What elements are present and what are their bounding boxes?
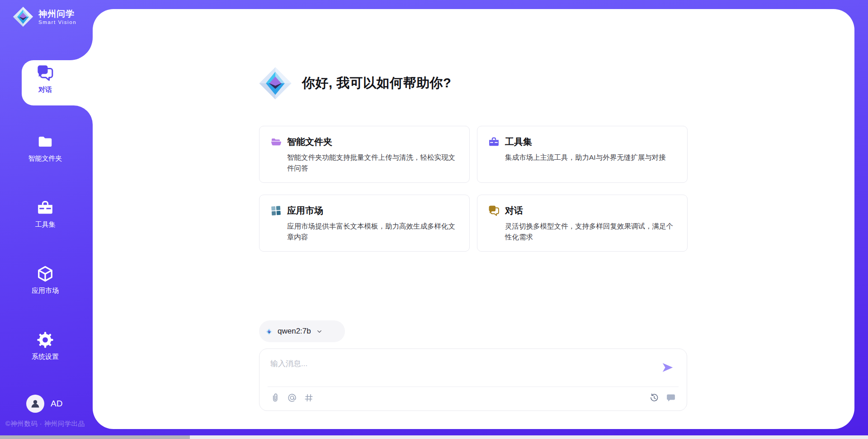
card-title: 工具集 bbox=[505, 136, 532, 148]
greeting-title: 你好, 我可以如何帮助你? bbox=[302, 74, 451, 92]
model-name: qwen2:7b bbox=[278, 327, 311, 336]
card-smart-folder[interactable]: 智能文件夹 智能文件夹功能支持批量文件上传与清洗，轻松实现文件问答 bbox=[259, 126, 470, 183]
scrollbar-thumb[interactable] bbox=[0, 435, 190, 439]
sidebar-item-toolset[interactable]: 工具集 bbox=[0, 199, 90, 229]
sidebar-item-settings[interactable]: 系统设置 bbox=[0, 331, 90, 361]
user-account[interactable]: AD bbox=[26, 395, 62, 413]
at-icon bbox=[287, 393, 297, 403]
person-icon bbox=[30, 398, 41, 409]
avatar bbox=[26, 395, 44, 413]
sidebar-item-label: 工具集 bbox=[35, 220, 56, 229]
speech-bubble-icon bbox=[666, 393, 676, 403]
composer-divider bbox=[268, 387, 679, 387]
card-description: 智能文件夹功能支持批量文件上传与清洗，轻松实现文件问答 bbox=[270, 152, 458, 174]
toolbox-icon bbox=[488, 136, 500, 148]
hashtag-button[interactable] bbox=[304, 393, 314, 403]
send-button[interactable] bbox=[660, 361, 675, 374]
history-button[interactable] bbox=[649, 393, 659, 403]
card-description: 应用市场提供丰富长文本模板，助力高效生成多样化文章内容 bbox=[270, 221, 458, 243]
card-title: 对话 bbox=[505, 205, 523, 217]
copyright-text: ©神州数码 · 神州问学出品 bbox=[5, 420, 85, 428]
horizontal-scrollbar[interactable] bbox=[0, 435, 868, 439]
brand: 神州问学 Smart Vision bbox=[13, 6, 76, 27]
message-input[interactable] bbox=[270, 357, 641, 371]
card-toolset[interactable]: 工具集 集成市场上主流工具，助力AI与外界无缝扩展与对接 bbox=[477, 126, 688, 183]
mention-button[interactable] bbox=[287, 393, 297, 403]
chevron-down-icon bbox=[316, 328, 323, 335]
sidebar-item-label: 系统设置 bbox=[32, 353, 59, 361]
brand-subtitle: Smart Vision bbox=[38, 19, 76, 25]
paperclip-icon bbox=[270, 393, 280, 403]
card-title: 智能文件夹 bbox=[287, 136, 332, 148]
quick-phrases-button[interactable] bbox=[666, 393, 676, 403]
sidebar-item-label: 应用市场 bbox=[32, 286, 59, 295]
model-diamond-icon bbox=[266, 328, 273, 335]
history-icon bbox=[649, 393, 659, 403]
sidebar-item-chat[interactable]: 对话 bbox=[0, 64, 90, 94]
app-root: { "brand": { "name": "神州问学", "subtitle":… bbox=[0, 0, 868, 439]
gear-icon bbox=[37, 331, 54, 348]
sidebar-item-app-market[interactable]: 应用市场 bbox=[0, 265, 90, 295]
card-title: 应用市场 bbox=[287, 205, 323, 217]
user-name: AD bbox=[51, 399, 62, 409]
chat-icon bbox=[488, 205, 500, 216]
model-selector[interactable]: qwen2:7b bbox=[259, 320, 345, 342]
feature-cards: 智能文件夹 智能文件夹功能支持批量文件上传与清洗，轻松实现文件问答 工具集 集成… bbox=[259, 126, 688, 252]
toolbox-icon bbox=[37, 199, 54, 216]
sidebar-item-label: 智能文件夹 bbox=[28, 154, 62, 163]
brand-name: 神州问学 bbox=[38, 9, 76, 19]
sidebar-item-label: 对话 bbox=[38, 86, 52, 94]
sidebar-item-smart-folder[interactable]: 智能文件夹 bbox=[0, 133, 90, 163]
attachment-button[interactable] bbox=[270, 393, 280, 403]
folder-open-icon bbox=[270, 136, 282, 148]
main-panel: 你好, 我可以如何帮助你? 智能文件夹 智能文件夹功能支持批量文件上传与清洗，轻… bbox=[93, 9, 854, 429]
sidebar: 神州问学 Smart Vision 对话 智能文件夹 工具集 应用市场 系统设置… bbox=[0, 0, 93, 439]
folder-icon bbox=[37, 133, 54, 150]
send-icon bbox=[660, 361, 675, 374]
card-app-market[interactable]: 应用市场 应用市场提供丰富长文本模板，助力高效生成多样化文章内容 bbox=[259, 195, 470, 252]
brand-diamond-icon bbox=[259, 64, 292, 102]
brand-diamond-icon bbox=[13, 6, 33, 27]
greeting-row: 你好, 我可以如何帮助你? bbox=[259, 64, 451, 102]
cube-icon bbox=[37, 265, 54, 282]
message-composer bbox=[259, 348, 687, 411]
card-description: 集成市场上主流工具，助力AI与外界无缝扩展与对接 bbox=[488, 152, 676, 163]
card-description: 灵活切换多模型文件，支持多样回复效果调试，满足个性化需求 bbox=[488, 221, 676, 243]
hash-icon bbox=[304, 393, 314, 403]
grid-cube-icon bbox=[270, 205, 282, 216]
chat-icon bbox=[37, 64, 54, 81]
card-chat[interactable]: 对话 灵活切换多模型文件，支持多样回复效果调试，满足个性化需求 bbox=[477, 195, 688, 252]
